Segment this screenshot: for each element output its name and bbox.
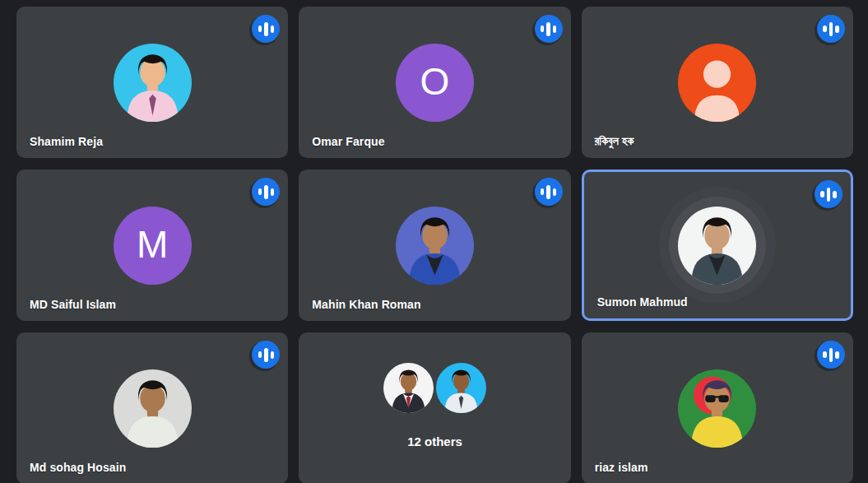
participant-name: Shamim Reja <box>30 135 103 148</box>
others-avatars <box>299 363 570 413</box>
avatar <box>678 207 756 285</box>
participant-name: MD Saiful Islam <box>30 298 116 311</box>
avatar: M <box>114 207 192 285</box>
participant-tile[interactable]: Shamim Reja <box>16 7 288 158</box>
audio-level-icon <box>815 180 842 208</box>
participant-name: Mahin Khan Roman <box>312 298 420 311</box>
participant-tile[interactable]: Md sohag Hosain <box>16 332 288 483</box>
participant-tile[interactable]: Mahin Khan Roman <box>299 170 570 321</box>
audio-level-icon <box>535 15 563 43</box>
participant-name: Md sohag Hosain <box>30 461 126 474</box>
avatar <box>396 207 474 285</box>
participant-name: riaz islam <box>595 461 648 474</box>
audio-level-icon <box>535 178 563 206</box>
participant-tile[interactable]: riaz islam <box>582 332 853 483</box>
avatar <box>436 363 486 413</box>
participant-tile[interactable]: রকিবুল হক <box>582 7 853 158</box>
participant-tile[interactable]: M MD Saiful Islam <box>16 170 288 321</box>
avatar: O <box>396 44 474 122</box>
audio-level-icon <box>817 341 845 369</box>
participant-name: Sumon Mahmud <box>597 295 688 309</box>
avatar-letter: O <box>420 63 450 100</box>
participant-tile[interactable]: Sumon Mahmud <box>582 170 853 321</box>
others-tile[interactable]: 12 others <box>299 332 570 483</box>
person-icon <box>678 44 756 122</box>
participant-name: রকিবুল হক <box>595 134 634 148</box>
avatar <box>383 363 434 413</box>
avatar-letter: M <box>137 225 168 263</box>
avatar <box>114 369 192 448</box>
participant-name: Omar Farque <box>312 135 384 148</box>
participant-tile[interactable]: O Omar Farque <box>299 7 570 158</box>
avatar <box>114 44 192 122</box>
avatar <box>678 369 756 448</box>
others-label: 12 others <box>299 434 570 448</box>
meeting-stage: Shamim Reja O Omar Farque রকিবু <box>0 0 868 483</box>
audio-level-icon <box>817 15 845 43</box>
participant-grid: Shamim Reja O Omar Farque রকিবু <box>16 7 853 483</box>
